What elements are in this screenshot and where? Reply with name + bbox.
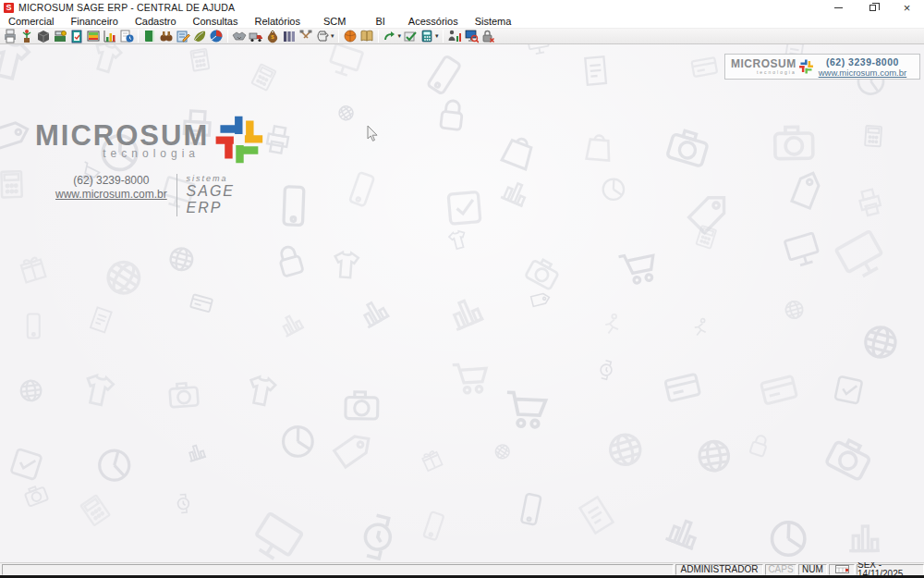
monitor-watermark-icon xyxy=(836,231,887,281)
logo-divider xyxy=(176,174,177,216)
toolbar-button-calculator[interactable]: ▾ xyxy=(419,29,440,43)
toolbar: $▾▾▾ xyxy=(0,28,924,44)
monitor-watermark-icon xyxy=(250,513,302,562)
tools-icon xyxy=(298,29,313,43)
toolbar-button-printer[interactable] xyxy=(2,29,18,43)
jug-icon xyxy=(315,29,330,43)
toolbar-button-monitor-search[interactable] xyxy=(463,29,480,43)
app-logo-icon: S xyxy=(4,3,14,13)
minimize-button[interactable] xyxy=(821,0,856,15)
calculator-watermark-icon xyxy=(251,64,275,90)
status-user: ADMINISTRADOR xyxy=(675,564,763,575)
dropdown-arrow-icon[interactable]: ▾ xyxy=(331,29,334,43)
toolbar-button-lock-exit[interactable] xyxy=(480,29,496,43)
status-calendar-panel[interactable] xyxy=(829,564,855,575)
toolbar-button-card-file[interactable] xyxy=(281,29,298,43)
padlock-watermark-icon xyxy=(749,434,769,457)
dropdown-arrow-icon[interactable]: ▾ xyxy=(435,29,439,43)
toolbar-button-truck[interactable] xyxy=(248,29,264,43)
toolbar-button-product-box[interactable] xyxy=(85,29,102,43)
menu-item-consultas[interactable]: Consultas xyxy=(185,15,247,28)
monitor-watermark-icon xyxy=(528,44,550,55)
cash-register-icon xyxy=(53,29,67,43)
camera-watermark-icon xyxy=(169,383,198,408)
toolbar-button-tools[interactable] xyxy=(298,29,314,43)
product-box-icon xyxy=(86,29,101,43)
status-date: SEX - 14/11/2025 xyxy=(857,564,924,575)
toolbar-separator xyxy=(138,30,139,43)
printer-watermark-icon xyxy=(857,189,881,217)
menu-item-bi[interactable]: BI xyxy=(360,15,399,28)
menu-item-sistema[interactable]: Sistema xyxy=(467,15,520,28)
toolbar-button-cash-register[interactable] xyxy=(52,29,68,43)
smartphone-watermark-icon xyxy=(521,494,541,525)
status-message-panel xyxy=(2,564,674,575)
smartphone-watermark-icon xyxy=(423,511,444,540)
toolbar-button-handshake[interactable] xyxy=(231,29,248,43)
restore-button[interactable] xyxy=(856,0,890,15)
header-phone: (62) 3239-8000 xyxy=(826,56,899,68)
toolbar-button-green-book[interactable] xyxy=(141,29,158,43)
menu-item-cadastro[interactable]: Cadastro xyxy=(127,15,185,28)
card-file-icon xyxy=(282,29,297,43)
menu-item-acessorios[interactable]: Acessórios xyxy=(400,15,467,28)
menu-bar: ComercialFinanceiroCadastroConsultasRela… xyxy=(0,15,924,28)
redo-arrow-icon xyxy=(383,29,397,43)
logo-website: www.microsum.com.br xyxy=(55,188,167,201)
globe-watermark-icon xyxy=(607,431,644,468)
toolbar-button-redo-arrow[interactable]: ▾ xyxy=(382,29,403,43)
menu-item-scm[interactable]: SCM xyxy=(309,15,360,28)
globe-watermark-icon xyxy=(168,246,195,273)
toolbar-button-ledger[interactable] xyxy=(359,29,375,43)
check-edit-icon xyxy=(403,29,418,43)
toolbar-button-pie-chart[interactable] xyxy=(208,29,225,43)
header-logo-wordmark: MICROSUM xyxy=(731,58,796,69)
pie-chart-watermark-icon xyxy=(602,178,624,200)
microsum-cross-icon xyxy=(213,111,266,168)
toolbar-separator xyxy=(443,30,444,43)
credit-card-watermark-icon xyxy=(692,57,718,77)
toolbar-button-orange-ball[interactable] xyxy=(342,29,359,43)
menu-item-relatorios[interactable]: Relatórios xyxy=(246,15,309,28)
microsum-cross-icon xyxy=(798,58,814,75)
document-watermark-icon xyxy=(585,56,606,84)
toolbar-button-plant[interactable] xyxy=(18,29,35,43)
menu-item-comercial[interactable]: Comercial xyxy=(0,15,63,28)
smartphone-watermark-icon xyxy=(428,55,461,94)
close-button[interactable]: × xyxy=(890,0,924,15)
toolbar-button-bar-chart[interactable] xyxy=(102,29,118,43)
toolbar-button-note-pencil[interactable] xyxy=(175,29,191,43)
toolbar-button-jug[interactable]: ▾ xyxy=(314,29,335,43)
toolbar-button-document-clock[interactable] xyxy=(118,29,135,43)
restore-icon xyxy=(869,5,876,11)
menu-item-financeiro[interactable]: Financeiro xyxy=(63,15,127,28)
running-person-watermark-icon xyxy=(605,314,618,334)
toolbar-button-clipboard[interactable] xyxy=(68,29,85,43)
toolbar-button-check-edit[interactable] xyxy=(402,29,419,43)
lock-exit-icon xyxy=(480,29,495,43)
calculator-watermark-icon xyxy=(1,171,21,197)
toolbar-button-person-chart[interactable] xyxy=(446,29,463,43)
toolbar-button-binoculars[interactable] xyxy=(158,29,175,43)
wrist-watch-watermark-icon xyxy=(599,360,614,380)
pie-chart-watermark-icon xyxy=(283,426,312,456)
shopping-bag-watermark-icon xyxy=(587,135,612,161)
clipboard-icon xyxy=(69,29,84,43)
toolbar-separator xyxy=(378,30,379,43)
toolbar-button-package[interactable] xyxy=(35,29,52,43)
credit-card-watermark-icon xyxy=(665,374,700,400)
money-leaf-icon xyxy=(192,29,207,43)
smartphone-watermark-icon xyxy=(28,314,40,338)
minimize-icon xyxy=(834,7,843,8)
credit-card-watermark-icon xyxy=(761,375,797,403)
shopping-cart-watermark-icon xyxy=(453,363,488,393)
mdi-client-area: MICROSUM tecnologia (62) 3239-8000 www.m… xyxy=(0,44,924,562)
globe-watermark-icon xyxy=(20,379,43,401)
t-shirt-watermark-icon xyxy=(91,44,122,74)
price-tag-watermark-icon xyxy=(785,173,826,214)
system-name: SAGE ERP xyxy=(187,183,266,216)
toolbar-button-money-bag[interactable]: $ xyxy=(264,29,281,43)
dropdown-arrow-icon[interactable]: ▾ xyxy=(398,29,402,43)
bar-chart-watermark-icon xyxy=(501,179,530,206)
toolbar-button-money-leaf[interactable] xyxy=(191,29,208,43)
